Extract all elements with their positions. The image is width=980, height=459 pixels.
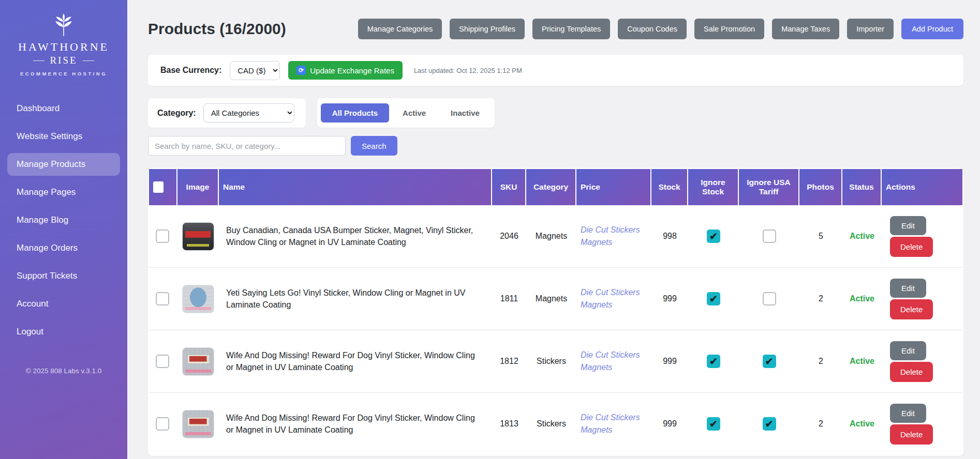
sidebar-item-logout[interactable]: Logout <box>0 320 127 343</box>
currency-bar: Base Currency: CAD ($) ⟳ Update Exchange… <box>148 55 963 86</box>
product-sku: 2046 <box>492 205 526 267</box>
logo-subtitle: RISE <box>0 55 127 66</box>
product-photos-count: 5 <box>799 205 842 267</box>
status-badge: Active <box>842 268 882 330</box>
ignore-stock-checkbox[interactable] <box>707 355 720 368</box>
product-thumbnail <box>182 347 214 376</box>
status-badge: Active <box>842 393 882 455</box>
base-currency-label: Base Currency: <box>160 66 221 75</box>
sidebar-item-dashboard[interactable]: Dashboard <box>0 97 127 120</box>
table-row: Wife And Dog Missing! Reward For Dog Vin… <box>149 330 962 393</box>
sidebar-item-manage-products[interactable]: Manage Products <box>7 153 120 176</box>
status-badge: Active <box>842 330 882 392</box>
importer-button[interactable]: Importer <box>847 19 894 39</box>
delete-button[interactable]: Delete <box>890 299 933 319</box>
edit-button[interactable]: Edit <box>890 216 926 235</box>
refresh-icon: ⟳ <box>296 66 306 75</box>
product-stock: 999 <box>651 268 688 330</box>
add-product-button[interactable]: Add Product <box>901 19 963 39</box>
sidebar: HAWTHORNE RISE ECOMMERCE HOSTING Dashboa… <box>0 0 127 459</box>
status-tabs: All Products Active Inactive <box>317 98 495 128</box>
product-photos-count: 2 <box>799 268 842 330</box>
sale-promotion-button[interactable]: Sale Promotion <box>694 19 764 39</box>
row-checkbox[interactable] <box>156 292 169 305</box>
sidebar-item-manage-pages[interactable]: Manage Pages <box>0 181 127 204</box>
ignore-stock-checkbox[interactable] <box>707 292 720 305</box>
sidebar-item-account[interactable]: Account <box>0 293 127 315</box>
sidebar-item-manage-blog[interactable]: Manage Blog <box>0 209 127 232</box>
price-template-link[interactable]: Die Cut Stickers Magnets <box>581 349 647 374</box>
column-header-category: Category <box>526 169 576 205</box>
coupon-codes-button[interactable]: Coupon Codes <box>618 19 687 39</box>
category-label: Category: <box>157 109 196 118</box>
price-template-link[interactable]: Die Cut Stickers Magnets <box>581 286 647 311</box>
product-category: Magnets <box>526 205 576 267</box>
column-header-stock: Stock <box>651 169 688 205</box>
edit-button[interactable]: Edit <box>890 279 926 298</box>
tab-all-products[interactable]: All Products <box>321 103 389 123</box>
manage-categories-button[interactable]: Manage Categories <box>358 19 442 39</box>
product-sku: 1813 <box>492 393 526 455</box>
manage-taxes-button[interactable]: Manage Taxes <box>772 19 839 39</box>
delete-button[interactable]: Delete <box>890 362 933 382</box>
product-photos-count: 2 <box>799 330 842 392</box>
leaf-logo-icon <box>53 12 75 36</box>
column-header-status: Status <box>842 169 882 205</box>
delete-button[interactable]: Delete <box>890 237 933 257</box>
products-table: Image Name SKU Category Price Stock Igno… <box>148 168 963 456</box>
sidebar-copyright: © 2025 808 Labs v.3.1.0 <box>0 367 127 375</box>
ignore-stock-checkbox[interactable] <box>707 230 720 243</box>
product-photos-count: 2 <box>799 393 842 455</box>
tab-active[interactable]: Active <box>391 103 437 123</box>
update-exchange-rates-button[interactable]: ⟳ Update Exchange Rates <box>288 61 403 80</box>
search-input[interactable] <box>148 136 346 156</box>
edit-button[interactable]: Edit <box>890 341 926 360</box>
row-checkbox[interactable] <box>156 417 169 431</box>
search-row: Search <box>148 136 963 156</box>
row-checkbox[interactable] <box>156 355 169 368</box>
last-updated-text: Last updated: Oct 12, 2025 1:12 PM <box>414 67 522 74</box>
edit-button[interactable]: Edit <box>890 404 926 423</box>
delete-button[interactable]: Delete <box>890 424 933 445</box>
product-stock: 999 <box>651 330 688 392</box>
status-badge: Active <box>842 205 882 267</box>
page-header: Products (16/2000) Manage Categories Shi… <box>148 19 963 39</box>
column-header-price: Price <box>576 169 651 205</box>
product-stock: 998 <box>651 205 688 267</box>
ignore-usa-tariff-checkbox[interactable] <box>763 292 776 305</box>
ignore-usa-tariff-checkbox[interactable] <box>763 355 776 368</box>
page-title: Products (16/2000) <box>148 20 286 38</box>
table-header: Image Name SKU Category Price Stock Igno… <box>149 169 962 205</box>
sidebar-item-manage-orders[interactable]: Manage Orders <box>0 237 127 259</box>
product-category: Magnets <box>526 268 576 330</box>
column-header-image: Image <box>177 169 219 205</box>
ignore-usa-tariff-checkbox[interactable] <box>763 417 776 431</box>
select-all-checkbox[interactable] <box>153 181 164 193</box>
row-checkbox[interactable] <box>156 230 169 243</box>
column-header-photos: Photos <box>799 169 842 205</box>
sidebar-item-website-settings[interactable]: Website Settings <box>0 125 127 148</box>
logo-title: HAWTHORNE <box>0 40 127 54</box>
price-template-link[interactable]: Die Cut Stickers Magnets <box>581 224 647 249</box>
search-button[interactable]: Search <box>351 136 397 156</box>
product-thumbnail <box>182 222 214 251</box>
category-select[interactable]: All Categories <box>203 103 294 123</box>
column-header-ignore-stock: Ignore Stock <box>688 169 739 205</box>
product-thumbnail <box>182 285 214 313</box>
ignore-stock-checkbox[interactable] <box>707 417 720 431</box>
column-header-ignore-usa-tariff: Ignore USA Tariff <box>739 169 799 205</box>
column-header-actions: Actions <box>882 169 962 205</box>
header-buttons: Manage Categories Shipping Profiles Pric… <box>358 19 963 39</box>
product-stock: 999 <box>651 393 688 455</box>
logo: HAWTHORNE RISE ECOMMERCE HOSTING <box>0 0 127 76</box>
pricing-templates-button[interactable]: Pricing Templates <box>532 19 610 39</box>
base-currency-select[interactable]: CAD ($) <box>230 61 280 80</box>
table-row: Wife And Dog Missing! Reward For Dog Vin… <box>149 393 962 455</box>
product-category: Stickers <box>526 393 576 455</box>
shipping-profiles-button[interactable]: Shipping Profiles <box>450 19 525 39</box>
price-template-link[interactable]: Die Cut Stickers Magnets <box>581 411 647 436</box>
product-sku: 1811 <box>492 268 526 330</box>
sidebar-item-support-tickets[interactable]: Support Tickets <box>0 265 127 287</box>
ignore-usa-tariff-checkbox[interactable] <box>763 230 776 243</box>
tab-inactive[interactable]: Inactive <box>439 103 491 123</box>
